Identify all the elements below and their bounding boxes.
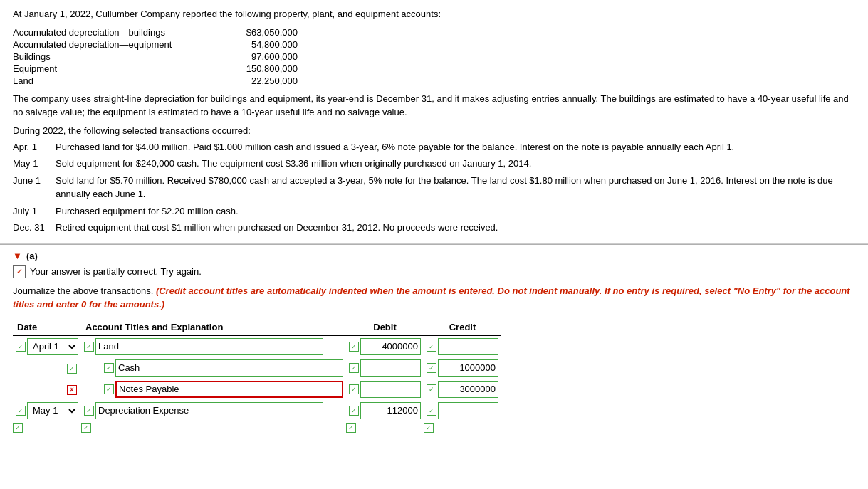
row-check: ✓ [81,423,91,433]
credit-check-icon: ✓ [427,406,436,416]
trans-desc: Purchased land for $4.00 million. Paid $… [56,140,855,154]
account-label: Land [13,75,212,86]
credit-cell: ✓ [424,335,501,357]
trans-date: June 1 [13,174,56,201]
account-check-icon: ✓ [84,342,94,352]
description-block: The company uses straight-line depreciat… [13,92,855,120]
debit-check-icon: ✓ [349,363,359,373]
account-cell: ✓ [81,379,346,400]
accounts-row: Accumulated depreciation—buildings$63,05… [13,27,855,38]
account-check-icon: ✓ [84,406,94,416]
transaction-row: June 1Sold land for $5.70 million. Recei… [13,174,855,201]
account-title-input[interactable] [115,381,343,398]
debit-cell: ✓ [346,357,424,379]
trans-date: July 1 [13,204,56,219]
instructions: Journalize the above transactions. (Cred… [13,284,855,312]
header-debit: Debit [346,319,424,336]
credit-check-icon: ✓ [427,342,436,352]
final-row-check: ✓ [13,423,23,433]
journal-row: ✓April 1May 1June 1July 1Dec. 31✓✓✓ [13,400,501,421]
date-cell: ✓ [13,357,81,379]
debit-cell: ✓ [346,335,424,357]
row-check: ✓ [346,423,356,433]
debit-input[interactable] [360,402,421,419]
header-credit: Credit [424,319,501,336]
partial-correct-banner: ✓ Your answer is partially correct. Try … [13,265,855,278]
date-select[interactable]: April 1May 1June 1July 1Dec. 31 [27,338,78,355]
problem-section: At January 1, 2022, Cullumber Company re… [0,0,868,244]
date-cell: ✓April 1May 1June 1July 1Dec. 31 [13,400,81,421]
credit-input[interactable] [438,381,498,398]
debit-check-icon: ✓ [349,384,359,394]
credit-check-icon: ✓ [427,384,436,394]
transaction-row: Apr. 1Purchased land for $4.00 million. … [13,140,855,154]
account-value: $63,050,000 [212,27,298,38]
account-label: Accumulated depreciation—buildings [13,27,212,38]
debit-input[interactable] [360,381,421,398]
transaction-row: July 1Purchased equipment for $2.20 mill… [13,204,855,219]
debit-cell: ✓ [346,379,424,400]
header-date: Date [13,319,81,336]
indent-date-check: ✓ [67,364,77,374]
journal-table: Date Account Titles and Explanation Debi… [13,319,501,433]
account-label: Buildings [13,51,212,62]
debit-cell: ✓ [346,400,424,421]
page: At January 1, 2022, Cullumber Company re… [0,0,868,489]
credit-input[interactable] [438,359,498,377]
partial-correct-text: Your answer is partially correct. Try ag… [30,266,202,277]
row-check: ✓ [424,423,434,433]
account-title-input[interactable] [95,338,323,355]
accounts-row: Equipment150,800,000 [13,63,855,74]
account-cell: ✓ [81,357,346,379]
credit-cell: ✓ [424,357,501,379]
journal-row: ✓April 1May 1June 1July 1Dec. 31✓✓✓ [13,335,501,357]
account-title-input[interactable] [95,402,323,419]
credit-cell: ✓ [424,400,501,421]
credit-input[interactable] [438,338,498,355]
debit-input[interactable] [360,338,421,355]
account-value: 22,250,000 [212,75,298,86]
date-select[interactable]: April 1May 1June 1July 1Dec. 31 [27,402,78,419]
journal-row: ✓✓✓✓ [13,357,501,379]
credit-cell: ✓ [424,379,501,400]
journal-row: ✗✓✓✓ [13,379,501,400]
trans-desc: Purchased equipment for $2.20 million ca… [56,204,855,219]
transactions-heading: During 2022, the following selected tran… [13,125,855,136]
debit-input[interactable] [360,359,421,377]
accounts-table: Accumulated depreciation—buildings$63,05… [13,27,855,86]
header-account: Account Titles and Explanation [81,319,346,336]
credit-check-icon: ✓ [427,363,436,373]
trans-date: Apr. 1 [13,140,56,154]
date-check-icon: ✓ [16,342,26,352]
account-cell: ✓ [81,400,346,421]
trans-date: Dec. 31 [13,221,56,235]
account-value: 150,800,000 [212,63,298,74]
accounts-row: Accumulated depreciation—equipment54,800… [13,39,855,50]
part-a-label: (a) [26,251,38,261]
account-title-input[interactable] [115,359,343,377]
account-value: 97,600,000 [212,51,298,62]
account-check-icon: ✓ [104,384,114,394]
account-value: 54,800,000 [212,39,298,50]
partial-check-icon: ✓ [13,265,26,278]
debit-check-icon: ✓ [349,406,359,416]
indent-date-check: ✗ [67,385,77,395]
accounts-row: Land22,250,000 [13,75,855,86]
trans-desc: Retired equipment that cost $1 million w… [56,221,855,235]
transaction-row: Dec. 31Retired equipment that cost $1 mi… [13,221,855,235]
accounts-row: Buildings97,600,000 [13,51,855,62]
debit-check-icon: ✓ [349,342,359,352]
journal-row-partial: ✓✓✓✓ [13,421,501,433]
collapse-icon[interactable]: ▼ [13,251,22,261]
account-check-icon: ✓ [104,363,114,373]
trans-desc: Sold equipment for $240,000 cash. The eq… [56,157,855,171]
credit-input[interactable] [438,402,498,419]
description-text: The company uses straight-line depreciat… [13,93,849,118]
trans-date: May 1 [13,157,56,171]
transaction-row: May 1Sold equipment for $240,000 cash. T… [13,157,855,171]
part-a-header: ▼ (a) [13,251,855,261]
transactions-list: Apr. 1Purchased land for $4.00 million. … [13,140,855,235]
account-label: Equipment [13,63,212,74]
part-a-section: ▼ (a) ✓ Your answer is partially correct… [0,245,868,433]
intro-text: At January 1, 2022, Cullumber Company re… [13,7,855,21]
